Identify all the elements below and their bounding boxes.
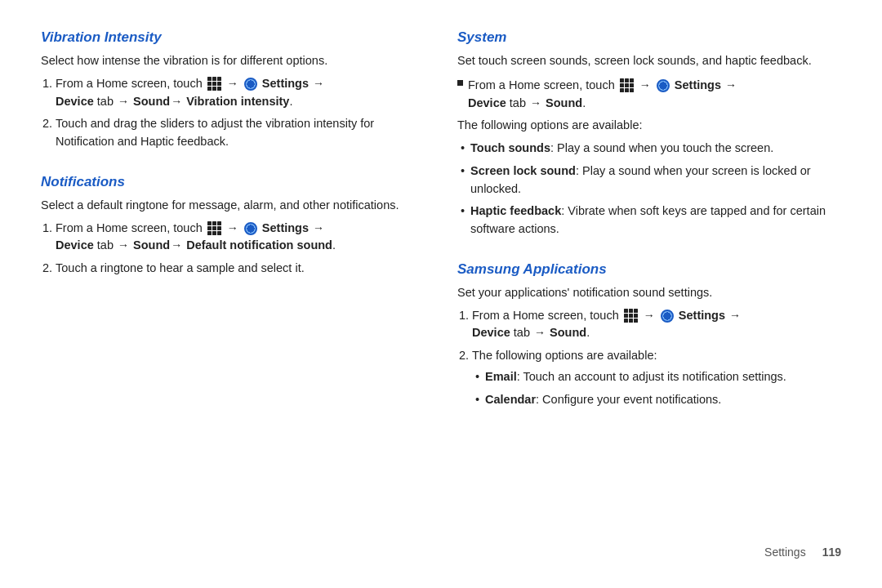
system-option-haptic: Haptic feedback: Vibrate when soft keys …	[461, 203, 841, 238]
vibration-intensity-section: Vibration Intensity Select how intense t…	[41, 29, 425, 156]
samsung-applications-body: Set your applications' notification soun…	[457, 284, 841, 409]
system-title: System	[457, 29, 841, 46]
home-grid-icon	[207, 77, 221, 91]
vibration-intro: Select how intense the vibration is for …	[41, 52, 425, 70]
notif-settings-label: Settings	[262, 221, 312, 234]
settings-icon3	[657, 79, 670, 92]
footer-page: 119	[822, 546, 841, 559]
arrow5: →	[227, 221, 238, 234]
arrow1: →	[227, 77, 238, 90]
vibration-intensity-label: Vibration intensity	[183, 95, 289, 108]
settings-icon1	[244, 78, 257, 91]
notifications-body: Select a default ringtone for message, a…	[41, 197, 425, 278]
system-section: System Set touch screen sounds, screen l…	[457, 29, 841, 243]
arrow9: →	[644, 309, 655, 322]
arrow7: →	[639, 78, 651, 91]
system-following: The following options are available:	[457, 117, 841, 135]
vibration-step2: Touch and drag the sliders to adjust the…	[56, 115, 425, 151]
vibration-step1-path: Device	[56, 95, 94, 108]
footer: Settings 119	[41, 539, 841, 559]
system-intro: Set touch screen sounds, screen lock sou…	[457, 52, 841, 70]
vibration-steps: From a Home screen, touch → Settings → D…	[56, 75, 425, 151]
square-bullet-icon	[457, 80, 463, 86]
arrow4: →	[171, 95, 182, 108]
system-settings-label: Settings	[675, 78, 724, 91]
settings-icon4	[661, 310, 674, 323]
page-container: Vibration Intensity Select how intense t…	[0, 0, 882, 588]
notifications-steps: From a Home screen, touch → Settings → D…	[56, 220, 425, 278]
notif-step1-pre: From a Home screen, touch	[56, 221, 206, 234]
samsung-step2: The following options are available: Ema…	[472, 347, 841, 408]
vibration-intensity-title: Vibration Intensity	[41, 29, 425, 46]
samsung-option-email: Email: Touch an account to adjust its no…	[475, 368, 841, 386]
arrow8: →	[725, 78, 737, 91]
system-option-screen-lock: Screen lock sound: Play a sound when you…	[461, 163, 841, 198]
system-bullet-row: From a Home screen, touch → Settings → D…	[457, 77, 841, 113]
notifications-step1: From a Home screen, touch → Settings → D…	[56, 220, 425, 256]
system-options-list: Touch sounds: Play a sound when you touc…	[461, 140, 841, 238]
samsung-settings-label: Settings	[679, 309, 728, 322]
columns: Vibration Intensity Select how intense t…	[41, 29, 841, 539]
notif-device: Device	[56, 238, 94, 252]
samsung-step1-pre: From a Home screen, touch	[472, 309, 622, 322]
vibration-step1-pre: From a Home screen, touch	[56, 77, 206, 90]
samsung-option-calendar: Calendar: Configure your event notificat…	[475, 391, 841, 409]
vibration-settings-label: Settings	[262, 77, 312, 90]
samsung-intro: Set your applications' notification soun…	[457, 284, 841, 302]
notifications-section: Notifications Select a default ringtone …	[41, 174, 425, 283]
vibration-tab1: tab	[94, 95, 117, 108]
arrow6: →	[313, 221, 324, 234]
system-option-touch-sounds: Touch sounds: Play a sound when you touc…	[461, 140, 841, 158]
left-column: Vibration Intensity Select how intense t…	[41, 29, 425, 539]
arrow2: →	[313, 77, 324, 90]
arrow10: →	[729, 309, 741, 322]
vibration-sound-label: Sound	[133, 95, 170, 108]
arrow3: →	[118, 95, 129, 108]
samsung-options-list: Email: Touch an account to adjust its no…	[475, 368, 841, 409]
system-bullet-text: From a Home screen, touch → Settings → D…	[468, 77, 737, 113]
home-grid-icon3	[620, 78, 634, 92]
samsung-applications-section: Samsung Applications Set your applicatio…	[457, 261, 841, 414]
samsung-applications-title: Samsung Applications	[457, 261, 841, 278]
vibration-step1: From a Home screen, touch → Settings → D…	[56, 75, 425, 111]
notifications-title: Notifications	[41, 174, 425, 190]
settings-icon2	[244, 222, 257, 235]
system-body: Set touch screen sounds, screen lock sou…	[457, 52, 841, 238]
notifications-step2: Touch a ringtone to hear a sample and se…	[56, 260, 425, 278]
notifications-intro: Select a default ringtone for message, a…	[41, 197, 425, 215]
samsung-steps: From a Home screen, touch → Settings → D…	[472, 307, 841, 409]
footer-label: Settings	[764, 546, 806, 559]
samsung-step2-label: The following options are available:	[472, 349, 657, 362]
vibration-intensity-body: Select how intense the vibration is for …	[41, 52, 425, 151]
system-bullet-pre: From a Home screen, touch	[468, 78, 618, 91]
samsung-step1: From a Home screen, touch → Settings → D…	[472, 307, 841, 343]
home-grid-icon4	[624, 309, 638, 323]
home-grid-icon2	[207, 221, 221, 235]
right-column: System Set touch screen sounds, screen l…	[457, 29, 841, 539]
